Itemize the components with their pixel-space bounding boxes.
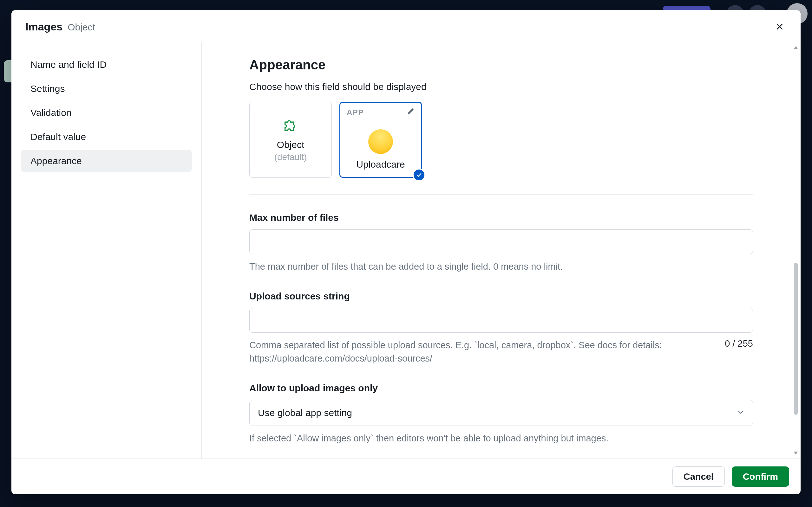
sidebar-item-name-id[interactable]: Name and field ID bbox=[21, 54, 192, 76]
field-settings-modal: Images Object Name and field ID Settings… bbox=[11, 10, 801, 494]
appearance-card-label: Uploadcare bbox=[356, 159, 405, 170]
appearance-card-label: Object bbox=[277, 139, 305, 150]
edit-app-button[interactable] bbox=[407, 108, 415, 117]
uploadcare-logo-icon bbox=[368, 129, 393, 154]
field-max-files: Max number of files The max number of fi… bbox=[249, 212, 753, 273]
close-icon bbox=[775, 22, 784, 32]
appearance-card-uploadcare[interactable]: APP Uploadcare bbox=[339, 102, 422, 178]
field-label: Upload sources string bbox=[249, 291, 753, 302]
scrollbar-thumb[interactable] bbox=[794, 263, 798, 415]
section-description: Choose how this field should be displaye… bbox=[249, 81, 753, 92]
field-label: Max number of files bbox=[249, 212, 753, 223]
scrollbar-up-icon[interactable] bbox=[792, 44, 799, 51]
app-badge: APP bbox=[347, 108, 364, 117]
appearance-card-body: Uploadcare bbox=[340, 122, 421, 177]
scrollbar-down-icon[interactable] bbox=[792, 450, 799, 457]
appearance-card-sublabel: (default) bbox=[274, 152, 307, 162]
modal-subtitle: Object bbox=[67, 22, 95, 33]
field-help-text: The max number of files that can be adde… bbox=[249, 260, 563, 273]
max-files-input[interactable] bbox=[249, 229, 753, 254]
field-images-only: Allow to upload images only Use global a… bbox=[249, 383, 753, 445]
modal-footer: Cancel Confirm bbox=[11, 458, 801, 494]
field-label: Allow to upload images only bbox=[249, 383, 753, 394]
sidebar-item-validation[interactable]: Validation bbox=[21, 102, 192, 124]
scrollbar[interactable] bbox=[792, 44, 799, 457]
appearance-card-header: APP bbox=[340, 103, 421, 122]
cancel-button[interactable]: Cancel bbox=[672, 466, 725, 487]
modal-header: Images Object bbox=[11, 10, 801, 42]
pencil-icon bbox=[407, 108, 415, 115]
field-help-text: If selected `Allow images only` then edi… bbox=[249, 432, 608, 445]
close-button[interactable] bbox=[773, 20, 786, 34]
puzzle-icon bbox=[282, 117, 299, 134]
select-value: Use global app setting bbox=[258, 407, 352, 418]
selected-badge bbox=[413, 169, 425, 181]
upload-sources-input[interactable] bbox=[249, 308, 753, 333]
appearance-card-object-default[interactable]: Object (default) bbox=[249, 102, 332, 178]
sidebar-item-appearance[interactable]: Appearance bbox=[21, 150, 192, 172]
check-icon bbox=[416, 172, 422, 178]
appearance-cards-row: Object (default) APP Uploadcare bbox=[249, 102, 753, 178]
field-upload-sources: Upload sources string Comma separated li… bbox=[249, 291, 753, 365]
content-scroll[interactable]: Appearance Choose how this field should … bbox=[202, 42, 801, 458]
section-title: Appearance bbox=[249, 57, 753, 72]
confirm-button[interactable]: Confirm bbox=[732, 466, 789, 487]
sidebar: Name and field ID Settings Validation De… bbox=[11, 42, 202, 458]
divider bbox=[249, 194, 753, 194]
sidebar-item-settings[interactable]: Settings bbox=[21, 78, 192, 100]
modal-title: Images bbox=[26, 20, 62, 33]
char-count: 0 / 255 bbox=[725, 338, 753, 349]
field-help-text: Comma separated list of possible upload … bbox=[249, 338, 712, 365]
content-wrap: Appearance Choose how this field should … bbox=[202, 42, 801, 458]
modal-body: Name and field ID Settings Validation De… bbox=[11, 42, 801, 458]
images-only-select[interactable]: Use global app setting bbox=[249, 400, 753, 426]
sidebar-item-default-value[interactable]: Default value bbox=[21, 126, 192, 148]
modal-title-wrap: Images Object bbox=[26, 20, 95, 33]
